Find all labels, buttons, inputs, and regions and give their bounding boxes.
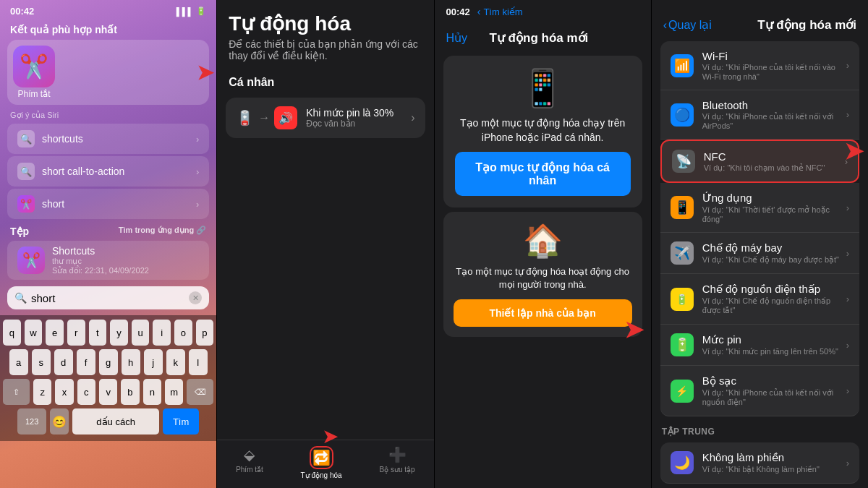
tab-collection[interactable]: ➕ Bộ sưu tập xyxy=(379,446,414,479)
lowpower-chevron: › xyxy=(846,294,849,304)
battery-low-icon: 🪫 xyxy=(236,109,254,127)
key-g[interactable]: g xyxy=(99,349,118,375)
search-input[interactable] xyxy=(31,292,184,304)
suggestion-text: shortcuts xyxy=(42,133,189,145)
app-result-card[interactable]: ✂️ Phím tắt ➤ xyxy=(7,40,209,105)
focus-items-group: 🌙 Không làm phiền Ví dụ: "Khi bật Không … xyxy=(660,442,859,484)
donotdisturb-item[interactable]: 🌙 Không làm phiền Ví dụ: "Khi bật Không … xyxy=(660,442,859,484)
red-arrow-p3: ➤ xyxy=(624,316,644,343)
bluetooth-chevron: › xyxy=(846,109,849,120)
key-i[interactable]: i xyxy=(153,320,171,346)
key-h[interactable]: h xyxy=(122,349,140,375)
files-label: Tệp xyxy=(10,226,29,237)
bottom-tabs: ⬙ Phím tắt 🔁 Tự động hóa ➤ ➕ Bộ sưu tập xyxy=(217,440,433,488)
airplane-title: Chế độ máy bay xyxy=(702,241,846,254)
key-k[interactable]: k xyxy=(166,349,185,375)
p4-back-button[interactable]: ‹ Quay lại xyxy=(663,18,712,32)
personal-automation-button[interactable]: Tạo mục tự động hóa cá nhân xyxy=(455,152,631,196)
key-emoji[interactable]: 😊 xyxy=(50,408,69,435)
chevron-icon: › xyxy=(196,134,199,145)
home-setup-button[interactable]: Thiết lập nhà của bạn xyxy=(454,299,632,327)
best-match-label: Kết quả phù hợp nhất xyxy=(0,20,216,40)
suggestion-call[interactable]: 🔍 short call-to-action › xyxy=(7,156,209,187)
key-a[interactable]: a xyxy=(9,349,28,375)
red-arrow-p4: ➤ xyxy=(844,137,864,165)
suggestion-short[interactable]: ✂️ short › xyxy=(7,189,209,219)
charger-item[interactable]: ⚡ Bộ sạc Ví dụ: "Khi iPhone của tôi kết … xyxy=(660,366,859,416)
card-subtitle: Đọc văn bản xyxy=(306,119,402,129)
key-123[interactable]: 123 xyxy=(17,408,46,435)
key-t[interactable]: t xyxy=(89,320,107,346)
p3-nav: Hủy Tự động hóa mới xyxy=(435,20,651,51)
key-j[interactable]: j xyxy=(144,349,163,375)
airplane-subtitle: Ví dụ: "Khi Chế độ máy bay được bật" xyxy=(702,255,846,265)
status-bar: 00:42 ▌▌▌ 🔋 xyxy=(0,0,216,20)
donotdisturb-subtitle: Ví dụ: "Khi bật Không làm phiền" xyxy=(702,465,846,474)
search-clear-button[interactable]: ✕ xyxy=(189,291,202,304)
key-shift[interactable]: ⇧ xyxy=(3,379,30,405)
p3-nav-title: Tự động hóa mới xyxy=(490,30,589,46)
cancel-button[interactable]: Hủy xyxy=(446,31,468,45)
tab-shortcuts-label: Phím tắt xyxy=(236,466,263,474)
key-search[interactable]: Tìm xyxy=(163,408,199,435)
suggestion-shortcuts[interactable]: 🔍 shortcuts › xyxy=(7,124,209,154)
home-icon: 🏠 xyxy=(523,222,563,260)
key-backspace[interactable]: ⌫ xyxy=(187,379,213,405)
key-f[interactable]: f xyxy=(77,349,95,375)
key-y[interactable]: y xyxy=(110,320,128,346)
key-b[interactable]: b xyxy=(121,379,139,405)
battery-item[interactable]: 🔋 Mức pin Ví dụ: "Khi mức pin tăng lên t… xyxy=(660,325,859,366)
app-item[interactable]: 📱 Ứng dụng Ví dụ: "Khi 'Thời tiết' được … xyxy=(660,183,859,233)
files-link[interactable]: Tìm trong ứng dụng 🔗 xyxy=(119,226,206,237)
panel2-title: Tự động hóa xyxy=(229,12,422,35)
key-s[interactable]: s xyxy=(32,349,51,375)
airplane-chevron: › xyxy=(846,248,849,259)
key-w[interactable]: w xyxy=(25,320,43,346)
key-p[interactable]: p xyxy=(196,320,214,346)
p3-back-icon: ‹ xyxy=(477,6,481,17)
tab-automation[interactable]: 🔁 Tự động hóa ➤ xyxy=(301,446,342,479)
personal-section: 📱 Tạo một mục tự động hóa chạy trên iPho… xyxy=(443,56,642,207)
shortcuts-tab-icon: ⬙ xyxy=(244,446,255,463)
search-bar[interactable]: 🔍 ✕ xyxy=(7,286,209,309)
donotdisturb-icon: 🌙 xyxy=(671,451,694,474)
wifi-title: Wi-Fi xyxy=(702,50,846,62)
nfc-subtitle: Ví dụ: "Khi tôi chạm vào thẻ NFC" xyxy=(704,163,845,173)
search-suggestion-icon: 🔍 xyxy=(17,130,35,147)
tab-shortcuts[interactable]: ⬙ Phím tắt xyxy=(236,446,263,479)
key-x[interactable]: x xyxy=(55,379,73,405)
key-d[interactable]: d xyxy=(54,349,73,375)
lowpower-item[interactable]: 🔋 Chế độ nguồn điện thấp Ví dụ: "Khi Chế… xyxy=(660,274,859,325)
nfc-title: NFC xyxy=(704,150,845,163)
home-description: Tạo một mục tự động hóa hoạt động cho mọ… xyxy=(454,265,632,291)
key-l[interactable]: l xyxy=(189,349,208,375)
charger-subtitle: Ví dụ: "Khi iPhone của tôi kết nối với n… xyxy=(702,388,846,407)
nfc-item[interactable]: 📡 NFC Ví dụ: "Khi tôi chạm vào thẻ NFC" … xyxy=(660,140,859,183)
red-arrow-tab: ➤ xyxy=(322,424,339,448)
airplane-item[interactable]: ✈️ Chế độ máy bay Ví dụ: "Khi Chế độ máy… xyxy=(660,233,859,274)
speaker-icon: 🔊 xyxy=(274,106,297,129)
file-shortcuts[interactable]: ✂️ Shortcuts thư mục Sửa đổi: 22:31, 04/… xyxy=(7,241,209,280)
airplane-icon: ✈️ xyxy=(671,241,694,265)
key-c[interactable]: c xyxy=(77,379,95,405)
key-n[interactable]: n xyxy=(143,379,161,405)
battery-card[interactable]: 🪫 → 🔊 Khi mức pin là 30% Đọc văn bản › xyxy=(226,98,425,138)
focus-section-label: TẬP TRUNG xyxy=(652,419,868,440)
red-arrow-icon: ➤ xyxy=(197,61,213,84)
keyboard-row-2: a s d f g h j k l xyxy=(3,349,213,375)
card-content: Khi mức pin là 30% Đọc văn bản xyxy=(306,107,402,129)
key-o[interactable]: o xyxy=(174,320,192,346)
key-v[interactable]: v xyxy=(99,379,117,405)
key-r[interactable]: r xyxy=(67,320,85,346)
key-z[interactable]: z xyxy=(33,379,51,405)
key-q[interactable]: q xyxy=(3,320,21,346)
bluetooth-item[interactable]: 🔵 Bluetooth Ví dụ: "Khi iPhone của tôi k… xyxy=(660,90,859,140)
wifi-item[interactable]: 📶 Wi-Fi Ví dụ: "Khi iPhone của tôi kết n… xyxy=(660,41,859,90)
file-type: thư mục xyxy=(52,257,199,266)
key-space[interactable]: dấu cách xyxy=(72,408,159,435)
key-m[interactable]: m xyxy=(165,379,183,405)
home-section: 🏠 Tạo một mục tự động hóa hoạt động cho … xyxy=(443,212,642,336)
key-u[interactable]: u xyxy=(132,320,150,346)
chevron-icon-2: › xyxy=(196,166,199,177)
key-e[interactable]: e xyxy=(46,320,64,346)
